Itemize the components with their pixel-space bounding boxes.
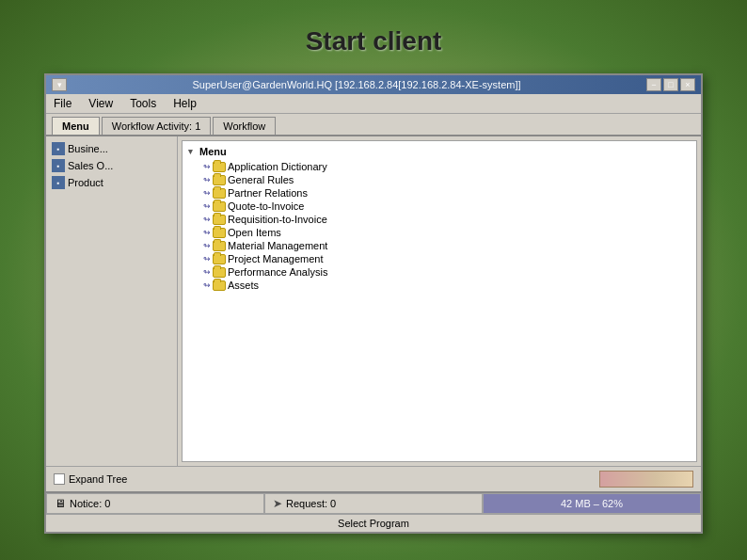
status-memory: 42 MB – 62% [483,493,701,514]
folder-icon-5 [213,228,226,238]
expand-tree-checkbox[interactable] [54,473,65,485]
tree-root-label: Menu [199,146,227,157]
tree-item-req[interactable]: ↬ Requisition-to-Invoice [186,213,692,226]
sidebar-item-product-label: Product [68,177,103,188]
tree-item-label-9: Assets [228,280,259,291]
arrow-icon-1: ↬ [203,175,211,184]
folder-icon-4 [213,215,226,225]
sidebar-item-business[interactable]: ▪ Busine... [48,140,175,157]
request-arrow-icon: ➤ [273,497,282,510]
maximize-button[interactable]: □ [663,78,678,91]
tree-item-quote[interactable]: ↬ Quote-to-Invoice [186,200,692,213]
tree-panel[interactable]: ▾ Menu ↬ Application Dictionary ↬ Genera… [182,140,697,462]
folder-icon-8 [213,267,226,278]
folder-icon-9 [213,280,226,291]
tree-item-assets[interactable]: ↬ Assets [186,279,692,292]
folder-icon-1 [213,175,226,185]
tree-item-open[interactable]: ↬ Open Items [186,226,692,239]
minimize-button[interactable]: − [646,78,661,91]
tree-item-label-4: Requisition-to-Invoice [228,214,327,225]
expand-left: Expand Tree [54,473,127,485]
memory-label: 42 MB – 62% [561,498,623,509]
title-bar: ▾ SuperUser@GardenWorld.HQ [192.168.2.84… [46,75,701,94]
arrow-icon-8: ↬ [203,267,211,277]
sidebar-item-sales-label: Sales O... [68,160,113,171]
tab-workflow[interactable]: Workflow [213,117,276,135]
arrow-icon-4: ↬ [203,215,211,224]
expand-bar: Expand Tree [46,466,701,491]
sidebar-item-sales[interactable]: ▪ Sales O... [48,157,175,174]
application-window: ▾ SuperUser@GardenWorld.HQ [192.168.2.84… [44,73,703,534]
window-title: SuperUser@GardenWorld.HQ [192.168.2.84[1… [67,79,646,90]
sidebar-item-business-label: Busine... [68,143,108,154]
tree-item-project[interactable]: ↬ Project Management [186,252,692,265]
menu-help[interactable]: Help [169,96,200,111]
tabs-bar: Menu Workflow Activity: 1 Workflow [46,114,701,136]
slide-container: Start client ▾ SuperUser@GardenWorld.HQ … [0,0,747,560]
progress-indicator [599,471,693,488]
arrow-icon-9: ↬ [203,280,211,290]
menu-bar: File View Tools Help [46,94,701,114]
arrow-icon-0: ↬ [203,162,211,171]
slide-title: Start client [306,26,442,56]
tree-root[interactable]: ▾ Menu [186,145,692,158]
folder-icon-7 [213,254,226,264]
arrow-icon-5: ↬ [203,228,211,237]
tree-item-label-6: Material Management [228,240,327,251]
folder-icon-6 [213,241,226,251]
menu-file[interactable]: File [50,96,75,111]
tree-item-partner[interactable]: ↬ Partner Relations [186,186,692,200]
monitor-icon-business: ▪ [52,142,65,155]
tab-workflow-activity[interactable]: Workflow Activity: 1 [102,117,212,135]
menu-view[interactable]: View [85,96,117,111]
status-bar: 🖥 Notice: 0 ➤ Request: 0 42 MB – 62% [46,491,701,514]
monitor-icon-sales: ▪ [52,159,65,172]
content-area: ▪ Busine... ▪ Sales O... ▪ Product ▾ Men… [46,136,701,466]
arrow-icon-7: ↬ [203,254,211,264]
status-notice[interactable]: 🖥 Notice: 0 [46,493,264,514]
tree-item-performance[interactable]: ↬ Performance Analysis [186,265,692,279]
folder-icon-3 [213,201,226,212]
arrow-icon-6: ↬ [203,241,211,250]
tree-item-label-0: Application Dictionary [228,161,327,172]
window-collapse-button[interactable]: ▾ [52,78,67,91]
status-footer: Select Program [46,514,701,532]
close-button[interactable]: × [680,78,695,91]
arrow-icon-2: ↬ [203,188,211,198]
tab-menu[interactable]: Menu [52,117,100,135]
monitor-icon-notice: 🖥 [55,497,66,510]
folder-icon-2 [213,188,226,199]
window-controls: − □ × [646,78,695,91]
menu-tools[interactable]: Tools [126,96,160,111]
tree-item-label-3: Quote-to-Invoice [228,200,304,212]
tree-item-app-dict[interactable]: ↬ Application Dictionary [186,160,692,173]
monitor-icon-product: ▪ [52,176,65,189]
tree-item-material[interactable]: ↬ Material Management [186,239,692,252]
tree-item-label-8: Performance Analysis [228,266,327,278]
tree-item-label-1: General Rules [228,174,294,185]
expand-tree-label: Expand Tree [69,473,127,485]
arrow-icon-3: ↬ [203,201,211,211]
notice-label: Notice: 0 [70,498,110,509]
select-program-label: Select Program [338,518,409,529]
root-expand-icon: ▾ [188,147,198,156]
status-request[interactable]: ➤ Request: 0 [264,493,483,514]
tree-item-label-7: Project Management [228,253,324,264]
sidebar: ▪ Busine... ▪ Sales O... ▪ Product [46,136,178,466]
sidebar-item-product[interactable]: ▪ Product [48,174,175,191]
request-label: Request: 0 [286,498,336,509]
tree-item-label-5: Open Items [228,227,281,238]
tree-item-label-2: Partner Relations [228,187,308,199]
folder-icon-0 [213,162,226,172]
tree-item-general[interactable]: ↬ General Rules [186,173,692,186]
